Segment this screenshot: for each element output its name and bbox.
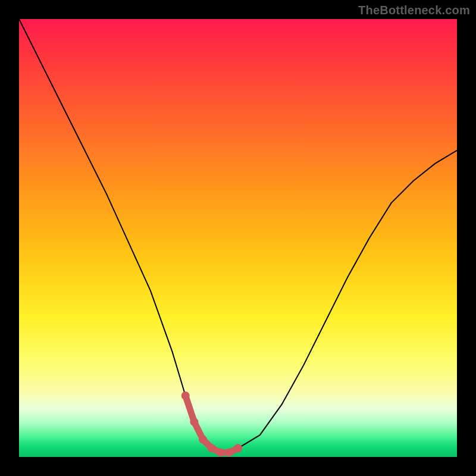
chart-frame: TheBottleneck.com <box>0 0 476 476</box>
plot-area <box>19 19 457 457</box>
watermark-text: TheBottleneck.com <box>358 4 470 17</box>
heat-gradient-background <box>19 19 457 457</box>
